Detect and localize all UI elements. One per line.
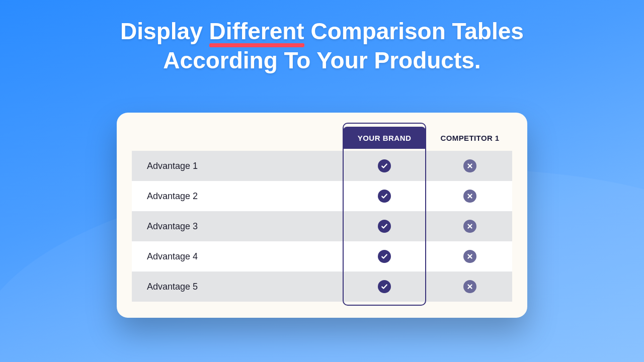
comparison-table: YOUR BRAND COMPETITOR 1 Advantage 1Advan… (132, 127, 512, 303)
brand-cell (343, 159, 426, 172)
headline-pre: Display (120, 18, 209, 44)
promo-slide: Display Different Comparison Tables Acco… (0, 0, 644, 362)
feature-cell: Advantage 3 (132, 221, 343, 232)
cross-icon (463, 190, 476, 203)
check-icon (378, 220, 391, 233)
brand-cell (343, 250, 426, 263)
header-brand-cell: YOUR BRAND (343, 127, 426, 149)
check-icon (378, 190, 391, 203)
check-icon (378, 159, 391, 172)
feature-cell: Advantage 2 (132, 191, 343, 202)
table-body: Advantage 1Advantage 2Advantage 3Advanta… (132, 151, 512, 302)
table-row: Advantage 2 (132, 181, 512, 211)
table-row: Advantage 5 (132, 272, 512, 302)
competitor-cell (430, 190, 510, 203)
cross-icon (463, 159, 476, 172)
headline: Display Different Comparison Tables Acco… (0, 0, 644, 75)
headline-post: Comparison Tables (304, 18, 524, 44)
competitor-cell (430, 220, 510, 233)
cross-icon (463, 250, 476, 263)
header-competitor-cell: COMPETITOR 1 (430, 127, 510, 149)
check-icon (378, 280, 391, 293)
feature-cell: Advantage 5 (132, 282, 343, 292)
table-row: Advantage 4 (132, 241, 512, 272)
brand-cell (343, 190, 426, 203)
cross-icon (463, 280, 476, 293)
feature-cell: Advantage 4 (132, 251, 343, 262)
brand-cell (343, 220, 426, 233)
table-row: Advantage 1 (132, 151, 512, 181)
headline-line2: According To Your Products. (163, 47, 480, 73)
headline-highlight: Different (209, 17, 304, 46)
comparison-card: YOUR BRAND COMPETITOR 1 Advantage 1Advan… (117, 113, 527, 318)
header-feature-cell (132, 127, 343, 149)
table-header-row: YOUR BRAND COMPETITOR 1 (132, 127, 512, 149)
competitor-cell (430, 280, 510, 293)
competitor-cell (430, 159, 510, 172)
feature-cell: Advantage 1 (132, 161, 343, 171)
table-row: Advantage 3 (132, 211, 512, 241)
cross-icon (463, 220, 476, 233)
brand-cell (343, 280, 426, 293)
check-icon (378, 250, 391, 263)
competitor-cell (430, 250, 510, 263)
